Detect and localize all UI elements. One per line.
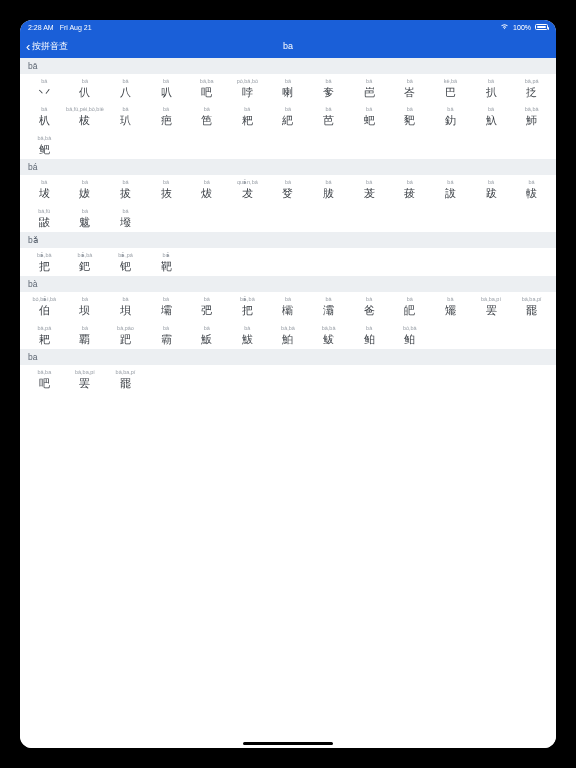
character-cell[interactable]: bā,ào捌 — [552, 74, 556, 102]
character-cell[interactable]: bā笆 — [186, 102, 227, 130]
character-cell[interactable]: bā岜 — [349, 74, 390, 102]
character-cell[interactable]: bǎ,pá钯 — [105, 248, 146, 276]
character-cell[interactable]: bà矲 — [430, 292, 471, 320]
character-cell[interactable]: bā叭 — [146, 74, 187, 102]
character-cell[interactable]: bā仈 — [65, 74, 106, 102]
character-cell[interactable]: bā,ba吧 — [186, 74, 227, 102]
character-cell[interactable]: bā,bà魳 — [511, 102, 552, 130]
character-cell[interactable]: bā紦 — [268, 102, 309, 130]
character-cell[interactable]: bà魬 — [186, 321, 227, 349]
character-cell[interactable]: bó,bǎi,bà伯 — [24, 292, 65, 320]
character-cell[interactable]: bá坺 — [24, 175, 65, 203]
character-cell[interactable]: bà壩 — [146, 292, 187, 320]
cell-pinyin: bà — [204, 325, 210, 332]
character-cell[interactable]: bá拔 — [105, 175, 146, 203]
character-cell[interactable]: bá跋 — [471, 175, 512, 203]
character-cell[interactable]: bà,pào跁 — [105, 321, 146, 349]
cell-pinyin: bā — [163, 78, 169, 85]
cell-pinyin: bā — [163, 106, 169, 113]
character-cell[interactable]: bá抜 — [146, 175, 187, 203]
character-cell[interactable]: bá胈 — [308, 175, 349, 203]
character-cell[interactable]: bá魃 — [65, 204, 106, 232]
character-cell[interactable]: bá茇 — [349, 175, 390, 203]
character-row: bà,pá耙bà覇bà,pào跁bà霸bà魬bà鮁bà,bà鮊bà,bà鲅bà鲌… — [20, 321, 556, 349]
section-header: bá — [20, 159, 556, 175]
character-cell[interactable]: bà,ba,pí罷 — [105, 365, 146, 393]
cell-pinyin: bā — [326, 78, 332, 85]
character-cell[interactable]: bá炦 — [186, 175, 227, 203]
character-cell[interactable]: bā魞 — [471, 102, 512, 130]
character-cell[interactable]: bā丷 — [24, 74, 65, 102]
character-cell[interactable]: bā喇 — [268, 74, 309, 102]
character-cell[interactable]: bā疤 — [146, 102, 187, 130]
character-cell[interactable]: bǎ,bà把 — [24, 248, 65, 276]
cell-pinyin: bà — [326, 296, 332, 303]
battery-pct: 100% — [513, 24, 531, 31]
section-header: bà — [20, 276, 556, 292]
cell-character: 丷 — [39, 85, 50, 100]
character-cell[interactable]: bā八 — [105, 74, 146, 102]
cell-character: 弝 — [201, 303, 212, 318]
character-cell[interactable]: bà覇 — [65, 321, 106, 349]
character-cell[interactable]: bà,pá耙 — [24, 321, 65, 349]
page-title: ba — [283, 41, 293, 51]
character-cell[interactable]: bà鮁 — [227, 321, 268, 349]
character-cell[interactable]: bā扒 — [471, 74, 512, 102]
character-cell[interactable]: bā粑 — [227, 102, 268, 130]
character-cell[interactable]: bà皅 — [389, 292, 430, 320]
character-cell[interactable]: bā奓 — [308, 74, 349, 102]
cell-character: 覇 — [79, 332, 90, 347]
character-cell[interactable]: bà,bà鮊 — [268, 321, 309, 349]
character-cell[interactable]: bǎ靶 — [146, 248, 187, 276]
cell-character: 皅 — [404, 303, 415, 318]
character-cell[interactable]: bà坝 — [65, 292, 106, 320]
character-cell[interactable]: bá妭 — [65, 175, 106, 203]
character-cell[interactable]: bá墢 — [105, 204, 146, 232]
character-cell[interactable]: bà,ba,pí罢 — [65, 365, 106, 393]
cell-pinyin: quǎn,bá — [237, 179, 258, 186]
cell-character: 坺 — [39, 186, 50, 201]
character-cell[interactable]: bǎ,bà鈀 — [65, 248, 106, 276]
character-cell[interactable]: bà,ba,pí罷 — [511, 292, 552, 320]
cell-pinyin: bó,bà — [403, 325, 417, 332]
character-cell[interactable]: bó,bà鲌 — [389, 321, 430, 349]
character-cell[interactable]: bà霸 — [146, 321, 187, 349]
content-scroll[interactable]: bābā丷bā仈bā八bā叭bā,ba吧pò,bā,bō哱bā喇bā奓bā岜bā… — [20, 58, 556, 748]
cell-character: 蚆 — [364, 113, 375, 128]
character-cell[interactable]: bā峇 — [389, 74, 430, 102]
character-cell[interactable]: bā,pá抸 — [511, 74, 552, 102]
character-cell[interactable]: bà灞 — [308, 292, 349, 320]
character-cell[interactable]: bá軷 — [511, 175, 552, 203]
character-cell[interactable]: bā朳 — [24, 102, 65, 130]
character-cell[interactable]: bà鲌 — [349, 321, 390, 349]
character-cell[interactable]: bā,fú,pèi,bō,biē柭 — [65, 102, 106, 130]
character-cell[interactable]: bā玐 — [105, 102, 146, 130]
character-cell[interactable]: bā,ba吧 — [24, 365, 65, 393]
character-cell[interactable]: bǎ,bà把 — [227, 292, 268, 320]
character-cell[interactable]: kè,bā巴 — [430, 74, 471, 102]
cell-pinyin: bā — [488, 78, 494, 85]
character-cell[interactable]: bà,bà鲅 — [308, 321, 349, 349]
cell-character: 疤 — [161, 113, 172, 128]
cell-character: 胈 — [323, 186, 334, 201]
character-cell[interactable]: bā芭 — [308, 102, 349, 130]
character-cell[interactable]: bà爸 — [349, 292, 390, 320]
cell-pinyin: bā — [82, 78, 88, 85]
character-cell[interactable]: bà垻 — [105, 292, 146, 320]
character-cell[interactable]: bà欛 — [268, 292, 309, 320]
character-cell[interactable]: bà弝 — [186, 292, 227, 320]
character-cell[interactable]: bā豝 — [389, 102, 430, 130]
character-cell[interactable]: bá,fú鼥 — [24, 204, 65, 232]
character-cell[interactable]: bā,bà鲃 — [24, 131, 65, 159]
character-cell[interactable]: bā蚆 — [349, 102, 390, 130]
character-cell[interactable]: bá菝 — [389, 175, 430, 203]
back-button[interactable]: ‹ 按拼音查 — [20, 40, 68, 53]
character-cell[interactable]: bá癹 — [268, 175, 309, 203]
character-cell[interactable]: bá詙 — [430, 175, 471, 203]
character-cell[interactable]: pò,bā,bō哱 — [227, 74, 268, 102]
character-cell[interactable]: bā釛 — [430, 102, 471, 130]
cell-pinyin: bā,ba — [200, 78, 214, 85]
character-cell[interactable]: quǎn,bá犮 — [227, 175, 268, 203]
character-cell[interactable]: bà,ba,pí罢 — [471, 292, 512, 320]
home-indicator[interactable] — [243, 742, 333, 745]
